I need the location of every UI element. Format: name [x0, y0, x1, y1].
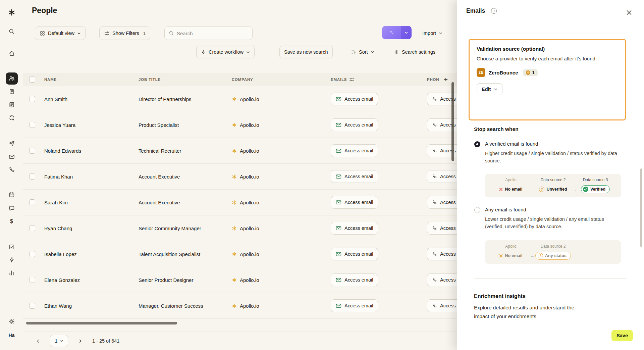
sidebar-item-meetings[interactable] [6, 189, 18, 201]
row-checkbox[interactable] [29, 303, 35, 309]
search-settings-button[interactable]: Search settings [389, 46, 440, 58]
access-phone-button[interactable]: Access [427, 196, 461, 209]
access-phone-button[interactable]: Access [427, 170, 461, 183]
show-filters-button[interactable]: Show Filters 1 [99, 27, 150, 40]
any-email-option-label[interactable]: Any email is found [485, 207, 526, 212]
company-cell[interactable]: Apollo.io [228, 277, 327, 283]
person-name-link[interactable]: Isabella Lopez [44, 251, 77, 257]
row-checkbox[interactable] [29, 148, 35, 154]
access-email-button[interactable]: Access email [331, 118, 378, 131]
sidebar-item-tasks[interactable] [6, 241, 18, 253]
sidebar-item-enrich-sync[interactable] [6, 112, 18, 124]
sidebar-item-calls[interactable] [6, 164, 18, 176]
sidebar-item-lists[interactable] [6, 99, 18, 111]
add-column-button[interactable] [441, 75, 450, 84]
sort-dropdown[interactable]: Sort [346, 46, 379, 58]
verified-email-radio[interactable] [474, 141, 480, 147]
access-email-button[interactable]: Access email [331, 196, 378, 209]
access-phone-button[interactable]: Access [427, 144, 461, 157]
sidebar-item-analytics[interactable] [6, 267, 18, 279]
access-email-button[interactable]: Access email [331, 248, 378, 260]
access-email-button[interactable]: Access email [331, 299, 378, 312]
sidebar-item-people[interactable] [6, 72, 18, 85]
column-header-name[interactable]: NAME [44, 78, 135, 82]
access-phone-button[interactable]: Access [427, 93, 461, 105]
user-avatar[interactable]: Ha [6, 329, 18, 341]
access-email-button[interactable]: Access email [331, 170, 378, 183]
save-button[interactable]: Save [611, 330, 633, 341]
person-name-link[interactable]: Sarah Kim [44, 200, 68, 205]
emails-column-settings-icon[interactable] [349, 77, 355, 82]
home-icon[interactable] [6, 47, 18, 59]
sidebar-item-conversations[interactable] [6, 202, 18, 214]
company-cell[interactable]: Apollo.io [228, 226, 327, 231]
save-as-new-search-button[interactable]: Save as new search [279, 46, 333, 58]
company-cell[interactable]: Apollo.io [228, 174, 327, 180]
company-cell[interactable]: Apollo.io [228, 303, 327, 309]
search-field[interactable] [164, 27, 253, 40]
flow-source-3: Data source 3 [574, 178, 616, 182]
sidebar-item-workflows[interactable] [6, 254, 18, 266]
company-cell[interactable]: Apollo.io [228, 122, 327, 128]
sidebar-item-deals[interactable] [6, 215, 18, 228]
select-all-checkbox[interactable] [29, 77, 35, 83]
access-phone-button[interactable]: Access [427, 248, 461, 260]
access-email-button[interactable]: Access email [331, 222, 378, 235]
any-email-radio[interactable] [474, 207, 480, 213]
company-cell[interactable]: Apollo.io [228, 200, 327, 205]
person-name-link[interactable]: Fatima Khan [44, 174, 73, 180]
edit-validation-dropdown[interactable]: Edit [477, 83, 502, 95]
horizontal-scrollbar[interactable] [26, 322, 177, 324]
access-email-button[interactable]: Access email [331, 144, 378, 157]
person-name-link[interactable]: Elena Gonzalez [44, 277, 80, 283]
job-title-cell: Account Executive [135, 200, 228, 205]
import-dropdown[interactable]: Import [418, 27, 447, 40]
create-workflow-dropdown[interactable]: Create workflow [196, 46, 255, 58]
access-email-button[interactable]: Access email [331, 273, 378, 286]
person-name-link[interactable]: Ryan Chang [44, 226, 72, 231]
row-checkbox[interactable] [29, 96, 35, 102]
name-cell: Fatima Khan [44, 174, 135, 180]
row-checkbox[interactable] [29, 277, 35, 283]
vertical-scrollbar[interactable] [451, 82, 454, 161]
page-select-dropdown[interactable]: 1 [50, 335, 68, 347]
info-icon[interactable] [491, 8, 497, 14]
sidebar-item-sequences[interactable] [6, 137, 18, 149]
person-name-link[interactable]: Noland Edwards [44, 148, 81, 154]
column-header-emails[interactable]: EMAILS [327, 77, 423, 82]
row-checkbox[interactable] [29, 225, 35, 231]
job-title-cell: Director of Partnerships [135, 96, 228, 102]
close-icon[interactable] [625, 9, 633, 16]
column-header-job-title[interactable]: JOB TITLE [135, 78, 228, 82]
search-input[interactable] [177, 31, 248, 36]
access-phone-button[interactable]: Access [427, 118, 461, 131]
access-phone-button[interactable]: Access [427, 222, 461, 235]
settings-gear-icon[interactable] [6, 315, 18, 328]
panel-scrollbar[interactable] [640, 168, 642, 247]
person-name-link[interactable]: Ann Smith [44, 96, 67, 102]
access-email-button[interactable]: Access email [331, 93, 378, 105]
person-name-link[interactable]: Jessica Yuara [44, 122, 75, 128]
person-name-link[interactable]: Ethan Wang [44, 303, 72, 309]
next-page-button[interactable] [75, 336, 85, 346]
chevron-down-icon [77, 32, 81, 35]
access-phone-button[interactable]: Access [427, 299, 461, 312]
company-cell[interactable]: Apollo.io [228, 251, 327, 257]
access-phone-button[interactable]: Access [427, 273, 461, 286]
sidebar-item-companies[interactable] [6, 86, 18, 98]
row-checkbox[interactable] [29, 251, 35, 257]
company-cell[interactable]: Apollo.io [228, 96, 327, 102]
sidebar-item-emails[interactable] [6, 151, 18, 163]
company-cell[interactable]: Apollo.io [228, 148, 327, 154]
ai-assistant-button[interactable] [382, 26, 412, 39]
panel-title: Emails [466, 7, 485, 14]
previous-page-button[interactable] [33, 336, 43, 346]
default-view-dropdown[interactable]: Default view [35, 27, 86, 40]
verified-email-option-label[interactable]: A verified email is found [485, 141, 538, 147]
row-checkbox[interactable] [29, 173, 35, 180]
chevron-down-icon[interactable] [401, 26, 412, 39]
row-checkbox[interactable] [29, 122, 35, 128]
column-header-company[interactable]: COMPANY [228, 78, 327, 82]
row-checkbox[interactable] [29, 199, 35, 205]
search-icon[interactable] [6, 26, 18, 38]
